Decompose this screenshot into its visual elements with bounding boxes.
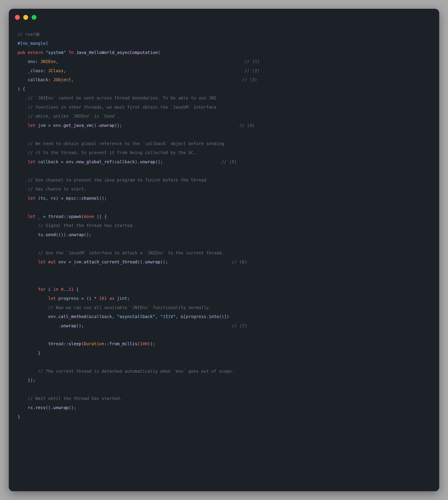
code-var: env (58, 259, 66, 265)
code-punct: . (206, 314, 209, 319)
code-var: callback (92, 314, 112, 319)
code-punct: : (48, 77, 53, 82)
code-punct: ) { (17, 86, 25, 92)
code-comment: // (6) (232, 259, 247, 265)
code-punct: . (61, 123, 64, 128)
code-window: // rust侧 #[no_mangle] pub extern "system… (9, 9, 439, 491)
code-punct: (); (160, 259, 168, 265)
code-comment: // Wait until the thread has started. (28, 396, 122, 401)
code-kw: let (28, 159, 35, 164)
code-var: thread (48, 341, 64, 346)
code-call: unwrap (53, 405, 69, 410)
code-var: i (89, 296, 92, 301)
code-fn: Java_HelloWorld_asyncComputation (76, 50, 158, 55)
code-punct: * (92, 296, 99, 301)
code-comment: // has chance to start. (28, 187, 86, 192)
code-punct: } (17, 414, 20, 419)
code-punct: ( (81, 341, 84, 346)
code-kw: for (38, 287, 46, 292)
code-comment: // (7) (232, 323, 247, 328)
code-call: from_millis (109, 341, 137, 346)
code-var: jint; (114, 296, 130, 301)
code-punct: :: (64, 341, 68, 346)
code-call: spawn (68, 214, 81, 219)
code-punct: , (112, 314, 117, 319)
code-call: send (46, 232, 56, 237)
code-kw: extern (28, 50, 43, 55)
code-punct: } (38, 351, 41, 356)
code-comment: // (3) (242, 77, 257, 82)
code-punct: = (58, 196, 66, 201)
code-var: callback (114, 159, 135, 164)
pad (168, 259, 232, 265)
code-call: attach_current_thread (84, 259, 137, 265)
code-call: unwrap (68, 232, 84, 237)
code-punct: . (58, 323, 61, 328)
pad (58, 59, 244, 64)
code-punct: }); (28, 378, 35, 383)
close-icon[interactable] (15, 15, 20, 20)
code-comment: // The current thread is detached automa… (38, 369, 234, 374)
code-punct: (). (137, 259, 145, 265)
code-punct: (& (86, 314, 91, 319)
code-var: tx (38, 232, 43, 237)
code-punct: (). (92, 123, 99, 128)
code-kw: let (38, 259, 46, 265)
code-comment: // `JNIEnv` cannot be sent across thread… (28, 95, 216, 101)
code-punct: . (43, 232, 46, 237)
code-comment: // (2) (244, 68, 260, 73)
code-kw: let (48, 296, 56, 301)
pad (163, 159, 222, 164)
code-call: into (209, 314, 219, 319)
code-string: "system" (46, 50, 66, 55)
code-comment: // Use the `JavaVM` interface to attach … (38, 250, 224, 255)
code-var: i (48, 287, 51, 292)
code-punct: :: (104, 341, 109, 346)
code-punct: || { (94, 214, 107, 219)
code-punct: : (43, 68, 48, 73)
code-punct: ()]) (219, 314, 229, 319)
code-call: sleep (68, 341, 81, 346)
code-punct: (); (99, 196, 107, 201)
code-comment: // rust侧 (17, 32, 40, 37)
code-call: recv (35, 405, 46, 410)
code-comment: // Use channel to prevent the Java progr… (28, 178, 206, 183)
code-punct: (); (76, 323, 84, 328)
code-punct: )); (148, 341, 155, 346)
code-comment: // (1) (244, 59, 260, 64)
code-punct: ) (104, 296, 109, 301)
code-kw: pub (17, 50, 25, 55)
code-var: callback (28, 77, 48, 82)
zoom-icon[interactable] (32, 15, 36, 20)
pad (66, 68, 245, 73)
code-punct: . (56, 314, 58, 319)
code-var: jvm (74, 259, 81, 265)
code-comment: // (4) (239, 123, 255, 128)
code-call: unwrap (140, 159, 155, 164)
code-punct: = ( (79, 296, 89, 301)
code-num: 10 (99, 296, 104, 301)
code-punct: , (56, 59, 58, 64)
code-var: env (66, 159, 74, 164)
code-punct: ( (137, 341, 140, 346)
code-punct: (()). (56, 232, 68, 237)
code-punct: (); (68, 405, 76, 410)
code-call: new_global_ref (76, 159, 112, 164)
code-punct: :: (76, 196, 81, 201)
code-call: unwrap (145, 259, 160, 265)
code-punct: : (35, 59, 40, 64)
minimize-icon[interactable] (23, 15, 28, 20)
code-type: JNIEnv (40, 59, 56, 64)
pad (84, 323, 232, 328)
code-attr: #[no_mangle] (17, 41, 48, 46)
code-block: // rust侧 #[no_mangle] pub extern "system… (17, 30, 431, 483)
code-var: progress (58, 296, 79, 301)
code-string: "asyncCallback" (117, 314, 155, 319)
code-type: Duration (84, 341, 104, 346)
code-punct: = (40, 214, 48, 219)
code-punct: (). (46, 405, 53, 410)
code-kw: let (28, 214, 35, 219)
code-punct: (); (155, 159, 163, 164)
pad (122, 123, 239, 128)
code-comment: // (5) (222, 159, 237, 164)
